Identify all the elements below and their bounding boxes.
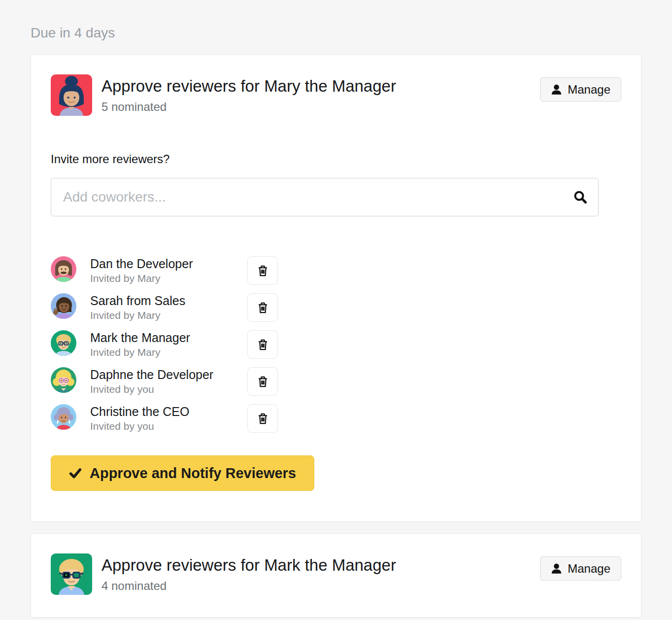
reviewer-name: Christine the CEO [90,405,247,419]
reviewer-row-sarah: Sarah from Sales Invited by Mary [51,293,621,322]
nominated-count: 5 nominated [101,99,396,115]
reviewer-invited-by: Invited by Mary [90,272,247,285]
remove-reviewer-button[interactable] [247,256,278,285]
reviewer-text: Sarah from Sales Invited by Mary [90,293,247,322]
avatar-daphne-the-developer [51,367,76,393]
reviewer-name: Mark the Manager [90,331,247,345]
reviewer-invited-by: Invited by you [90,383,247,396]
approve-and-notify-button[interactable]: Approve and Notify Reviewers [51,455,314,491]
card-title: Approve reviewers for Mark the Manager [101,554,396,576]
manage-button[interactable]: Manage [540,556,621,581]
approval-card-mary: Approve reviewers for Mary the Manager 5… [31,54,641,522]
invite-more-label: Invite more reviewers? [51,152,621,166]
manage-button-label: Manage [568,83,610,97]
card-title: Approve reviewers for Mary the Manager [101,75,396,97]
add-coworkers-input[interactable] [51,178,599,216]
remove-reviewer-button[interactable] [247,293,278,322]
avatar-christine-the-ceo [51,404,76,430]
reviewer-text: Christine the CEO Invited by you [90,404,247,433]
reviewer-text: Daphne the Developer Invited by you [90,367,247,396]
remove-reviewer-button[interactable] [247,367,278,396]
trash-icon [256,301,269,314]
reviewer-invited-by: Invited by Mary [90,346,247,359]
avatar-dan-the-developer [51,256,76,282]
nominated-count: 4 nominated [101,578,396,594]
card-header-text: Approve reviewers for Mark the Manager 4… [101,553,396,594]
due-date-label: Due in 4 days [31,25,672,41]
trash-icon [256,412,269,425]
trash-icon [256,264,269,277]
reviewer-row-mark: Mark the Manager Invited by Mary [51,330,621,359]
approve-button-label: Approve and Notify Reviewers [90,465,296,482]
reviewer-name: Daphne the Developer [90,368,247,382]
reviewer-name: Dan the Developer [90,257,247,271]
reviewer-list: Dan the Developer Invited by Mary [51,256,621,433]
person-icon [551,563,562,574]
reviewer-row-dan: Dan the Developer Invited by Mary [51,256,621,285]
card-header: Approve reviewers for Mark the Manager 4… [51,553,621,595]
avatar-mark-the-manager [51,330,76,356]
approval-card-mark: Approve reviewers for Mark the Manager 4… [31,533,641,618]
reviewer-invited-by: Invited by Mary [90,309,247,322]
reviewer-text: Mark the Manager Invited by Mary [90,330,247,359]
reviewer-invited-by: Invited by you [90,420,247,433]
person-icon [551,84,562,95]
manage-button-label: Manage [568,562,610,576]
avatar-sarah-from-sales [51,293,76,319]
reviewer-row-christine: Christine the CEO Invited by you [51,404,621,433]
remove-reviewer-button[interactable] [247,330,278,359]
card-header: Approve reviewers for Mary the Manager 5… [51,74,621,116]
reviewer-text: Dan the Developer Invited by Mary [90,256,247,285]
reviewer-name: Sarah from Sales [90,294,247,308]
avatar-mary-the-manager [51,74,92,116]
checkmark-icon [69,467,82,480]
trash-icon [256,338,269,351]
card-header-text: Approve reviewers for Mary the Manager 5… [101,74,396,115]
avatar-mark-the-manager-large [51,553,92,595]
manage-button[interactable]: Manage [540,77,621,102]
trash-icon [256,375,269,388]
coworker-search [51,178,599,216]
remove-reviewer-button[interactable] [247,404,278,433]
reviewer-row-daphne: Daphne the Developer Invited by you [51,367,621,396]
